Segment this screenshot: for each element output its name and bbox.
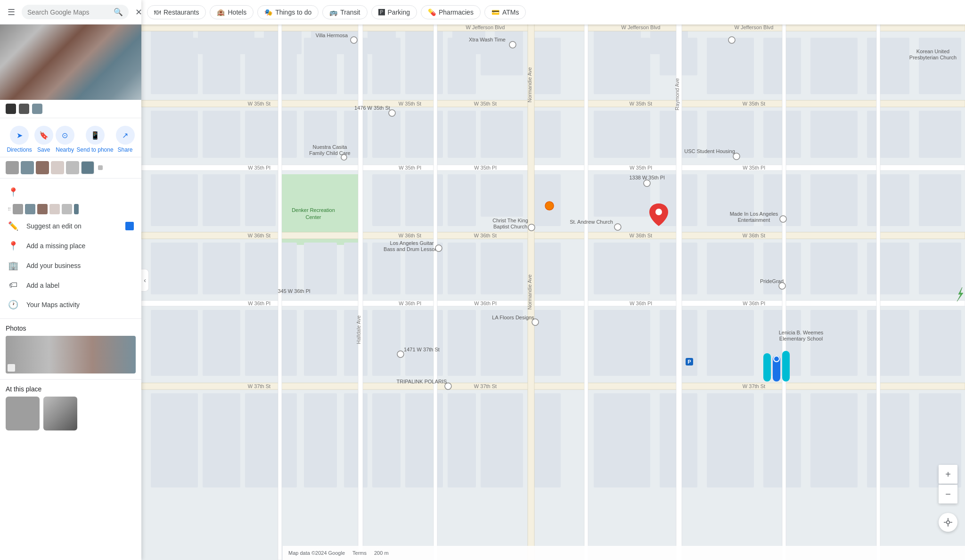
at-place-thumb-1[interactable] [6, 397, 40, 430]
zoom-out-button[interactable]: − [939, 485, 957, 503]
chip-pharmacies[interactable]: 💊 Pharmacies [421, 5, 481, 19]
map-collapse-handle[interactable]: ‹ [141, 269, 149, 292]
svg-point-169 [351, 37, 357, 43]
swatch-light-brown[interactable] [51, 161, 64, 174]
svg-text:W 35th St: W 35th St [630, 101, 652, 106]
svg-rect-129 [203, 393, 240, 487]
svg-rect-96 [707, 243, 754, 294]
add-business-label: Add your business [26, 262, 134, 269]
color-dot-medium[interactable] [19, 104, 29, 114]
svg-rect-130 [245, 393, 297, 487]
place-image [0, 24, 141, 100]
svg-text:Baptist Church: Baptist Church [493, 224, 527, 229]
svg-rect-85 [203, 243, 240, 294]
chip-transit[interactable]: 🚌 Transit [322, 5, 367, 19]
svg-text:W 35th Pl: W 35th Pl [399, 165, 421, 170]
chip-parking-label: Parking [388, 8, 410, 16]
nearby-button[interactable]: ⊙ Nearby [56, 126, 74, 153]
swatch-brown[interactable] [36, 161, 49, 174]
add-business-item[interactable]: 🏢 Add your business [0, 256, 141, 276]
suggest-edit-item[interactable]: ✏️ Suggest an edit on [0, 216, 141, 236]
directions-arrow-icon: ➤ [16, 131, 23, 140]
svg-point-167 [509, 41, 516, 48]
svg-rect-100 [919, 243, 961, 294]
svg-rect-29 [867, 38, 909, 94]
chip-parking[interactable]: 🅿 Parking [371, 5, 417, 19]
svg-rect-87 [304, 243, 337, 294]
chip-restaurants[interactable]: 🍽 Restaurants [147, 5, 206, 19]
add-missing-place-item[interactable]: 📍 Add a missing place [0, 236, 141, 256]
nav-chips-container: 🍽 Restaurants 🏨 Hotels 🎭 Things to do 🚌 … [147, 5, 526, 19]
swatch-dot-5[interactable] [62, 204, 72, 214]
swatch-slate[interactable] [81, 161, 94, 174]
send-to-phone-button[interactable]: 📱 Send to phone [77, 126, 114, 153]
svg-text:Normandie Ave: Normandie Ave [527, 67, 532, 102]
svg-rect-66 [372, 174, 401, 226]
chip-hotels[interactable]: 🏨 Hotels [210, 5, 254, 19]
svg-text:W 35th St: W 35th St [399, 101, 421, 106]
my-location-button[interactable] [939, 513, 957, 532]
swatch-dot-6[interactable] [74, 204, 79, 214]
svg-point-182 [532, 319, 539, 325]
swatch-more[interactable] [98, 165, 103, 170]
svg-text:Bass and Drum Lessons: Bass and Drum Lessons [384, 246, 440, 252]
share-label: Share [118, 146, 133, 153]
svg-rect-208 [763, 353, 771, 381]
add-label-item[interactable]: 🏷 Add a label [0, 276, 141, 295]
map-area[interactable]: W Jefferson Blvd W Jefferson Blvd W Jeff… [141, 0, 965, 560]
save-button[interactable]: 🔖 Save [34, 126, 53, 153]
color-dot-blue[interactable] [32, 104, 42, 114]
location-icon [943, 518, 953, 527]
close-button[interactable]: ✕ [133, 5, 141, 19]
svg-rect-44 [448, 111, 476, 158]
photos-grid[interactable] [6, 336, 136, 373]
restaurants-icon: 🍽 [154, 8, 161, 16]
svg-point-159 [341, 154, 347, 160]
svg-rect-84 [151, 243, 198, 294]
at-place-thumb-2[interactable] [43, 397, 77, 430]
nearby-icon: ⊙ [62, 131, 68, 140]
svg-point-172 [528, 224, 535, 231]
svg-rect-99 [867, 243, 909, 294]
terms-label[interactable]: Terms [352, 550, 367, 556]
location-pin-item[interactable]: 📍 [0, 182, 141, 202]
your-maps-activity-item[interactable]: 🕐 Your Maps activity [0, 295, 141, 315]
scale-indicator: 200 m [374, 550, 389, 556]
svg-rect-47 [594, 111, 650, 158]
svg-point-186 [445, 383, 451, 390]
action-buttons: ➤ Directions 🔖 Save ⊙ Nearby 📱 Send to p… [0, 118, 141, 157]
at-this-place-title: At this place [6, 385, 136, 393]
svg-text:W 37th St: W 37th St [248, 383, 270, 389]
swatch-blue-gray[interactable] [21, 161, 34, 174]
svg-point-211 [774, 356, 779, 362]
swatch-light-gray[interactable] [66, 161, 79, 174]
save-icon-circle: 🔖 [34, 126, 53, 145]
svg-rect-68 [448, 174, 476, 226]
chip-things-to-do[interactable]: 🎭 Things to do [257, 5, 319, 19]
svg-rect-121 [810, 310, 858, 376]
svg-text:TRIPALINK POLARIS: TRIPALINK POLARIS [397, 379, 447, 384]
parking-icon: 🅿 [378, 8, 385, 16]
svg-rect-14 [151, 38, 198, 94]
swatch-dot-3[interactable] [37, 204, 48, 214]
share-button[interactable]: ↗ Share [116, 126, 135, 153]
svg-text:W 35th St: W 35th St [474, 101, 497, 106]
swatch-dot-4[interactable] [49, 204, 60, 214]
search-input[interactable] [27, 8, 110, 16]
svg-rect-30 [919, 38, 961, 94]
svg-text:W 36th Pl: W 36th Pl [248, 300, 270, 306]
zoom-in-button[interactable]: + [939, 465, 957, 484]
color-dot-dark[interactable] [6, 104, 16, 114]
swatch-dot-1[interactable] [13, 204, 23, 214]
svg-rect-119 [707, 310, 754, 376]
svg-text:W 35th Pl: W 35th Pl [630, 165, 652, 170]
chip-atms[interactable]: 💳 ATMs [484, 5, 526, 19]
search-icon-button[interactable]: 🔍 [114, 8, 123, 16]
svg-rect-135 [448, 393, 476, 487]
swatch-gray[interactable] [6, 161, 19, 174]
hamburger-menu-button[interactable]: ☰ [6, 5, 17, 19]
swatch-row [0, 157, 141, 179]
swatch-dot-2[interactable] [25, 204, 35, 214]
svg-rect-153 [278, 0, 282, 560]
directions-button[interactable]: ➤ Directions [7, 126, 32, 153]
